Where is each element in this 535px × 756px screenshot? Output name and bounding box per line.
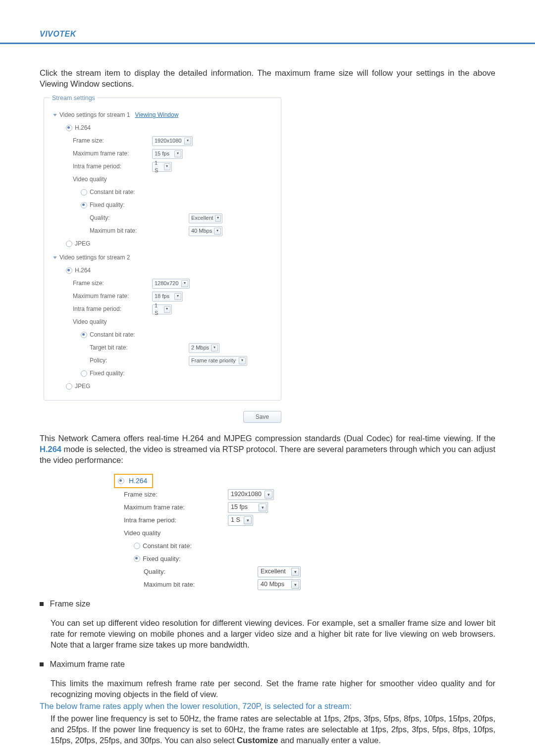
stream1-header[interactable]: Video settings for stream 1: [59, 111, 130, 119]
iso-max-fr-select[interactable]: 15 fps▾: [228, 502, 268, 513]
s2-policy-label: Policy:: [53, 356, 189, 364]
s2-frame-size-label: Frame size:: [53, 279, 152, 287]
customize-bold: Customize: [237, 736, 278, 745]
s2-intra-select[interactable]: 1 S▾: [152, 304, 172, 314]
s1-fq-label: Fixed quality:: [90, 201, 125, 209]
dual-codec-paragraph: This Network Camera offers real-time H.2…: [40, 433, 495, 466]
frame-size-text: You can set up different video resolutio…: [51, 617, 495, 651]
chevron-down-icon: ▾: [244, 516, 252, 524]
iso-intra-select[interactable]: 1 S▾: [228, 515, 253, 526]
iso-maxbr-select[interactable]: 40 Mbps▾: [258, 579, 301, 590]
s1-vq-label: Video quality: [53, 175, 152, 183]
bullet-icon: [40, 662, 44, 666]
s1-cbr-label: Constant bit rate:: [90, 188, 135, 196]
chevron-down-icon: ▾: [211, 345, 218, 352]
stream-settings-panel: Stream settings Video settings for strea…: [44, 98, 281, 401]
s2-max-fr-select[interactable]: 18 fps▾: [152, 292, 183, 302]
s1-frame-size-label: Frame size:: [53, 137, 152, 145]
s1-intra-select[interactable]: 1 S▾: [152, 162, 172, 172]
chevron-down-icon: ▾: [291, 581, 299, 589]
radio-h264-iso[interactable]: [118, 478, 124, 484]
s1-frame-size-select[interactable]: 1920x1080▾: [152, 136, 193, 146]
max-frame-rate-note: The below frame rates apply when the low…: [40, 701, 495, 711]
s2-vq-label: Video quality: [53, 318, 152, 326]
s2-max-fr-label: Maximum frame rate:: [53, 292, 152, 300]
iso-quality-select[interactable]: Excellent▾: [258, 566, 301, 577]
intro-paragraph: Click the stream item to display the det…: [40, 67, 495, 90]
chevron-down-icon: ▾: [259, 504, 267, 511]
iso-frame-size-select[interactable]: 1920x1080▾: [228, 489, 274, 500]
s2-cbr-radio[interactable]: [81, 332, 87, 338]
iso-max-fr-label: Maximum frame rate:: [114, 503, 228, 512]
iso-cbr-radio[interactable]: [134, 543, 140, 549]
s2-frame-size-select[interactable]: 1280x720▾: [152, 279, 190, 289]
radio-h264-s2[interactable]: [66, 267, 72, 274]
iso-cbr-label: Constant bit rate:: [143, 542, 192, 551]
h264-detail-block: H.264 Frame size: 1920x1080▾ Maximum fra…: [114, 474, 317, 591]
s1-cbr-radio[interactable]: [81, 189, 87, 196]
viewing-window-link[interactable]: Viewing Window: [135, 111, 179, 119]
s1-max-fr-select[interactable]: 15 fps▾: [152, 149, 183, 159]
iso-frame-size-label: Frame size:: [114, 490, 228, 499]
save-button[interactable]: Save: [243, 411, 281, 423]
s1-max-fr-label: Maximum frame rate:: [53, 150, 152, 157]
chevron-down-icon: ▾: [164, 163, 170, 170]
s2-fq-label: Fixed quality:: [90, 369, 125, 377]
radio-jpeg-s1[interactable]: [66, 241, 72, 247]
max-frame-rate-heading: Maximum frame rate: [50, 659, 125, 668]
iso-vq-label: Video quality: [114, 529, 228, 538]
chevron-down-icon: ▾: [215, 215, 221, 222]
chevron-down-icon: ▾: [164, 306, 170, 313]
s2-policy-select[interactable]: Frame rate priority▾: [189, 356, 247, 366]
codec-h264-label: H.264: [75, 124, 91, 132]
codec-h264-label-s2: H.264: [75, 266, 91, 274]
bullet-icon: [40, 602, 44, 606]
chevron-down-icon: ▾: [181, 280, 188, 287]
frame-size-heading: Frame size: [50, 599, 91, 608]
iso-fq-label: Fixed quality:: [143, 554, 181, 563]
stream2-header[interactable]: Video settings for stream 2: [59, 253, 130, 261]
s1-maxbr-select[interactable]: 40 Mbps▾: [189, 226, 222, 236]
s2-targetbr-select[interactable]: 2 Mbps▾: [189, 343, 219, 353]
iso-fq-radio[interactable]: [134, 555, 140, 562]
expand-icon[interactable]: [53, 256, 57, 259]
iso-maxbr-label: Maximum bit rate:: [114, 580, 258, 589]
expand-icon[interactable]: [53, 114, 57, 116]
s2-intra-label: Intra frame period:: [53, 305, 152, 313]
chevron-down-icon: ▾: [214, 228, 221, 235]
radio-jpeg-s2[interactable]: [66, 383, 72, 390]
h264-highlight: H.264: [40, 445, 61, 454]
s1-quality-select[interactable]: Excellent▾: [189, 213, 222, 223]
max-frame-rate-text2: If the power line frequency is set to 50…: [51, 713, 495, 746]
max-frame-rate-text1: This limits the maximum refresh frame ra…: [51, 678, 495, 700]
s1-intra-label: Intra frame period:: [53, 162, 152, 170]
chevron-down-icon: ▾: [184, 138, 191, 145]
chevron-down-icon: ▾: [174, 293, 181, 300]
s1-quality-label: Quality:: [53, 214, 189, 222]
chevron-down-icon: ▾: [291, 568, 299, 576]
radio-h264-s1[interactable]: [66, 125, 72, 131]
brand-title: VIVOTEK: [40, 30, 76, 38]
panel-title: Stream settings: [50, 94, 97, 102]
s2-fq-radio[interactable]: [81, 370, 87, 377]
codec-jpeg-label-s1: JPEG: [75, 240, 90, 248]
s2-cbr-label: Constant bit rate:: [90, 331, 135, 339]
chevron-down-icon: ▾: [265, 491, 272, 499]
s1-fq-radio[interactable]: [81, 202, 87, 208]
chevron-down-icon: ▾: [174, 151, 181, 157]
chevron-down-icon: ▾: [239, 357, 246, 364]
iso-quality-label: Quality:: [114, 567, 258, 576]
s2-targetbr-label: Target bit rate:: [53, 344, 189, 352]
iso-intra-label: Intra frame period:: [114, 516, 228, 525]
codec-jpeg-label-s2: JPEG: [75, 382, 90, 390]
h264-highlight-box: H.264: [114, 474, 153, 488]
s1-maxbr-label: Maximum bit rate:: [53, 227, 189, 235]
